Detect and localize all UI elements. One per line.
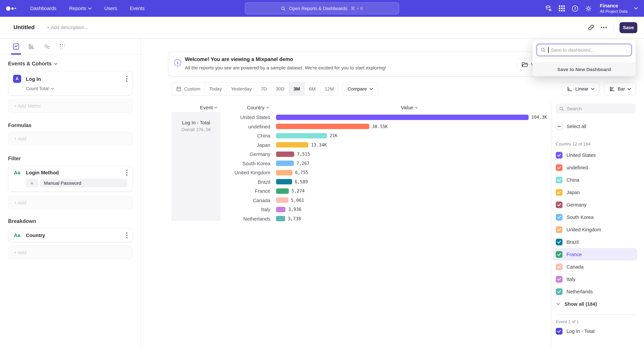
event-checkbox-checked[interactable] <box>556 328 562 335</box>
country-checkbox-checked[interactable] <box>556 288 562 295</box>
add-formula-button[interactable]: + Add <box>8 132 132 145</box>
series-search-input[interactable]: Search <box>556 104 636 114</box>
range-7d[interactable]: 7D <box>256 82 272 95</box>
bar[interactable] <box>276 152 294 157</box>
nav-reports-label: Reports <box>69 6 86 11</box>
nav-dashboards[interactable]: Dashboards <box>30 6 56 11</box>
add-filter-button[interactable]: + Add <box>8 196 132 210</box>
tab-insights-chart[interactable] <box>12 42 20 50</box>
bar[interactable] <box>276 188 289 194</box>
country-checkbox-checked[interactable] <box>556 164 562 171</box>
range-yesterday[interactable]: Yesterday <box>226 82 256 95</box>
add-description[interactable]: + Add description... <box>47 25 88 30</box>
country-checkbox-checked[interactable] <box>556 226 562 233</box>
country-filter-item[interactable]: China <box>553 174 637 186</box>
aggregation-selector[interactable]: Count Total <box>26 86 128 91</box>
country-filter-item[interactable]: undefined <box>553 161 637 174</box>
bar[interactable] <box>276 207 286 212</box>
filter-property-name[interactable]: Login Method <box>26 170 59 175</box>
bar[interactable] <box>276 216 285 221</box>
country-checkbox-checked[interactable] <box>556 251 562 258</box>
bar[interactable] <box>276 170 292 175</box>
show-all-button[interactable]: Show all (184) <box>556 300 636 308</box>
mixpanel-logo[interactable] <box>6 6 16 10</box>
bar[interactable] <box>276 115 528 120</box>
bar[interactable] <box>276 179 292 185</box>
country-filter-item[interactable]: Brazil <box>553 236 637 248</box>
country-checkbox-checked[interactable] <box>556 177 562 183</box>
bar[interactable] <box>276 124 370 129</box>
report-main: Welcome! You are viewing a Mixpanel demo… <box>141 38 644 349</box>
tab-flows[interactable] <box>43 42 51 50</box>
save-to-new-dashboard-button[interactable]: Save to New Dashboard <box>533 62 636 76</box>
more-options-icon[interactable] <box>603 27 604 28</box>
report-title[interactable]: Untitled <box>14 24 35 31</box>
range-custom[interactable]: Custom <box>172 82 205 95</box>
save-button[interactable]: Save <box>620 22 637 33</box>
select-all-row[interactable]: Select all <box>556 123 636 130</box>
scale-selector-button[interactable]: Linear <box>562 82 600 95</box>
add-breakdown-button[interactable]: + Add <box>8 246 132 259</box>
filter-value[interactable]: Manual Password <box>40 179 128 187</box>
country-checkbox-checked[interactable] <box>556 152 562 158</box>
settings-gear-icon[interactable] <box>585 5 592 12</box>
country-checkbox-checked[interactable] <box>556 201 562 208</box>
bar[interactable] <box>276 133 327 138</box>
column-header-value[interactable]: Value <box>401 105 418 110</box>
kebab-menu-icon[interactable] <box>126 235 128 236</box>
range-6m[interactable]: 6M <box>305 82 320 95</box>
country-checkbox-checked[interactable] <box>556 189 562 196</box>
project-switcher[interactable]: Finance All Project Data <box>600 3 628 14</box>
bar[interactable] <box>276 198 288 203</box>
save-to-dashboard-search-input[interactable]: Save to dashboard... <box>537 44 632 56</box>
metric-card-log-in[interactable]: A Log In Count Total <box>8 71 132 95</box>
country-filter-item[interactable]: South Korea <box>553 211 637 223</box>
column-header-country[interactable]: Country <box>247 105 269 110</box>
metric-name[interactable]: Log In <box>26 76 41 82</box>
breakdown-card-country[interactable]: Aa Country <box>8 228 132 242</box>
chart-type-selector-button[interactable]: Bar <box>604 82 636 95</box>
country-filter-item[interactable]: United Kingdom <box>553 223 637 236</box>
country-filter-item[interactable]: Canada <box>553 261 637 273</box>
country-checkbox-checked[interactable] <box>556 214 562 220</box>
country-checkbox-checked[interactable] <box>556 239 562 245</box>
select-all-checkbox-indeterminate[interactable] <box>556 123 562 130</box>
compare-button[interactable]: Compare <box>342 82 378 95</box>
bar[interactable] <box>276 161 294 166</box>
country-filter-item[interactable]: Germany <box>553 198 637 211</box>
event-checkbox-row[interactable]: Log In - Total <box>556 328 636 335</box>
range-12m[interactable]: 12M <box>320 82 338 95</box>
filter-operator[interactable]: = <box>26 179 38 187</box>
country-filter-item[interactable]: Italy <box>553 273 637 285</box>
chevron-down-icon[interactable] <box>634 7 638 10</box>
country-checkbox-checked[interactable] <box>556 263 562 270</box>
nav-users[interactable]: Users <box>104 6 117 11</box>
bar[interactable] <box>276 142 308 148</box>
tab-retention[interactable] <box>58 42 66 50</box>
data-management-icon[interactable] <box>545 5 552 12</box>
nav-reports[interactable]: Reports <box>69 6 92 11</box>
logo-dot <box>12 7 14 9</box>
range-today[interactable]: Today <box>205 82 226 95</box>
section-events-cohorts[interactable]: Events & Cohorts <box>8 61 132 67</box>
range-30d[interactable]: 30D <box>272 82 289 95</box>
country-filter-item[interactable]: Netherlands <box>553 285 637 298</box>
add-metric-button[interactable]: + Add Metric <box>8 99 132 113</box>
column-header-event[interactable]: Event <box>200 105 218 110</box>
global-search-button[interactable]: Open Reports & Dashboards ⌘ + K <box>245 2 399 14</box>
kebab-menu-icon[interactable] <box>126 78 128 79</box>
help-icon[interactable]: ? <box>572 5 579 12</box>
apps-grid-icon[interactable] <box>559 5 565 12</box>
country-filter-item[interactable]: France <box>553 248 637 261</box>
breakdown-property-name[interactable]: Country <box>26 232 45 238</box>
tab-funnels[interactable] <box>28 42 36 50</box>
range-label: 12M <box>325 86 334 91</box>
country-checkbox-checked[interactable] <box>556 276 562 283</box>
copy-link-icon[interactable] <box>588 24 594 31</box>
country-filter-item[interactable]: Japan <box>553 186 637 198</box>
nav-events[interactable]: Events <box>130 6 145 11</box>
kebab-menu-icon[interactable] <box>126 172 128 173</box>
country-filter-item[interactable]: United States <box>553 149 637 161</box>
filter-card-login-method[interactable]: Aa Login Method = Manual Password <box>8 166 132 192</box>
range-3m[interactable]: 3M <box>289 82 305 95</box>
